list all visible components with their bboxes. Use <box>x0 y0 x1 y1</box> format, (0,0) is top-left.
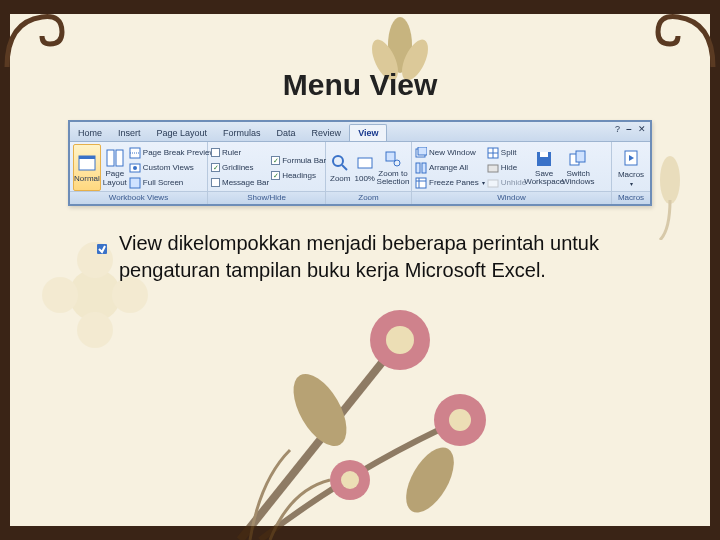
page-break-preview-button[interactable]: Page Break Preview <box>129 146 215 160</box>
group-zoom: Zoom 100% Zoom to Selection Zoom <box>326 142 412 204</box>
group-label: Show/Hide <box>208 191 325 204</box>
normal-view-button[interactable]: Normal <box>73 144 101 191</box>
zoom-button[interactable]: Zoom <box>329 144 352 191</box>
close-icon[interactable]: ✕ <box>638 124 646 134</box>
ribbon-tab-bar: Home Insert Page Layout Formulas Data Re… <box>70 122 650 142</box>
hide-icon <box>487 162 499 174</box>
full-screen-button[interactable]: Full Screen <box>129 176 215 190</box>
svg-rect-25 <box>130 178 140 188</box>
formula-bar-label: Formula Bar <box>282 156 326 165</box>
chevron-down-icon: ▾ <box>630 180 633 187</box>
svg-rect-44 <box>540 152 548 157</box>
zoom-to-selection-button[interactable]: Zoom to Selection <box>378 144 408 191</box>
switch-windows-label: Switch Windows <box>562 170 594 186</box>
svg-point-6 <box>77 312 113 348</box>
svg-point-30 <box>394 160 400 166</box>
tab-page-layout[interactable]: Page Layout <box>149 125 216 141</box>
magnifier-icon <box>330 153 350 173</box>
save-icon <box>534 149 554 169</box>
checkbox-icon <box>211 148 220 157</box>
help-icon[interactable]: ? <box>615 124 620 134</box>
svg-rect-35 <box>416 178 426 188</box>
group-window: New Window Arrange All Freeze Panes▾ Spl… <box>412 142 612 204</box>
svg-rect-28 <box>358 158 372 168</box>
svg-rect-42 <box>488 180 498 187</box>
message-bar-checkbox[interactable]: Message Bar <box>211 176 269 190</box>
switch-windows-button[interactable]: Switch Windows <box>562 144 594 191</box>
svg-rect-41 <box>488 165 498 172</box>
custom-views-button[interactable]: Custom Views <box>129 161 215 175</box>
macros-button[interactable]: Macros ▾ <box>615 144 647 191</box>
group-label: Macros <box>612 191 650 204</box>
custom-views-icon <box>129 162 141 174</box>
full-screen-label: Full Screen <box>143 178 183 187</box>
svg-point-15 <box>396 440 463 520</box>
group-workbook-views: Normal Page Layout Page Break Preview Cu… <box>70 142 208 204</box>
split-label: Split <box>501 148 517 157</box>
zoom-100-button[interactable]: 100% <box>354 144 377 191</box>
ruler-label: Ruler <box>222 148 241 157</box>
checkbox-checked-icon: ✓ <box>211 163 220 172</box>
ribbon-window-controls: ? ‒ ✕ <box>615 124 646 134</box>
floral-decoration-icon <box>200 280 520 540</box>
tab-formulas[interactable]: Formulas <box>215 125 269 141</box>
zoom-100-icon <box>355 153 375 173</box>
page-break-icon <box>129 147 141 159</box>
page-layout-label: Page Layout <box>103 169 127 187</box>
svg-rect-32 <box>418 147 427 155</box>
tab-data[interactable]: Data <box>269 125 304 141</box>
normal-view-icon <box>77 153 97 173</box>
hide-button[interactable]: Hide <box>487 161 526 175</box>
freeze-panes-label: Freeze Panes <box>429 178 479 187</box>
group-label: Window <box>412 191 611 204</box>
bullet-icon <box>95 236 109 250</box>
corner-ornament-icon <box>648 2 718 72</box>
new-window-button[interactable]: New Window <box>415 146 485 160</box>
macros-icon <box>621 149 641 169</box>
full-screen-icon <box>129 177 141 189</box>
new-window-label: New Window <box>429 148 476 157</box>
headings-label: Headings <box>282 171 316 180</box>
save-workspace-button[interactable]: Save Workspace <box>528 144 560 191</box>
arrange-all-button[interactable]: Arrange All <box>415 161 485 175</box>
group-macros: Macros ▾ Macros <box>612 142 650 204</box>
slide-body-text: View dikelompokkan menjadi beberapa peri… <box>119 230 640 284</box>
gridlines-label: Gridlines <box>222 163 254 172</box>
page-layout-button[interactable]: Page Layout <box>103 144 127 191</box>
unhide-button[interactable]: Unhide <box>487 176 526 190</box>
formula-bar-checkbox[interactable]: ✓Formula Bar <box>271 153 326 167</box>
excel-ribbon: Home Insert Page Layout Formulas Data Re… <box>68 120 652 206</box>
group-show-hide: Ruler ✓Gridlines Message Bar ✓Formula Ba… <box>208 142 326 204</box>
svg-point-16 <box>660 156 680 204</box>
headings-checkbox[interactable]: ✓Headings <box>271 168 326 182</box>
zoom-selection-icon <box>383 149 403 169</box>
freeze-panes-button[interactable]: Freeze Panes▾ <box>415 176 485 190</box>
corner-ornament-icon <box>2 2 72 72</box>
zoom-100-label: 100% <box>355 174 375 183</box>
tab-review[interactable]: Review <box>304 125 350 141</box>
checkbox-checked-icon: ✓ <box>271 156 280 165</box>
svg-rect-34 <box>422 163 426 173</box>
split-button[interactable]: Split <box>487 146 526 160</box>
svg-line-27 <box>342 165 347 170</box>
switch-windows-icon <box>568 149 588 169</box>
save-workspace-label: Save Workspace <box>524 170 564 186</box>
group-label: Zoom <box>326 191 411 204</box>
svg-rect-19 <box>107 150 114 166</box>
svg-rect-29 <box>386 152 395 161</box>
minimize-icon[interactable]: ‒ <box>626 124 632 134</box>
slide-body: View dikelompokkan menjadi beberapa peri… <box>95 230 640 284</box>
svg-point-9 <box>386 326 414 354</box>
svg-rect-33 <box>416 163 420 173</box>
checkbox-icon <box>211 178 220 187</box>
ruler-checkbox[interactable]: Ruler <box>211 146 269 160</box>
normal-view-label: Normal <box>74 174 100 183</box>
unhide-label: Unhide <box>501 178 526 187</box>
tab-home[interactable]: Home <box>70 125 110 141</box>
tab-view[interactable]: View <box>349 124 387 141</box>
tab-insert[interactable]: Insert <box>110 125 149 141</box>
group-label: Workbook Views <box>70 191 207 204</box>
gridlines-checkbox[interactable]: ✓Gridlines <box>211 161 269 175</box>
arrange-all-icon <box>415 162 427 174</box>
zoom-label: Zoom <box>330 174 350 183</box>
